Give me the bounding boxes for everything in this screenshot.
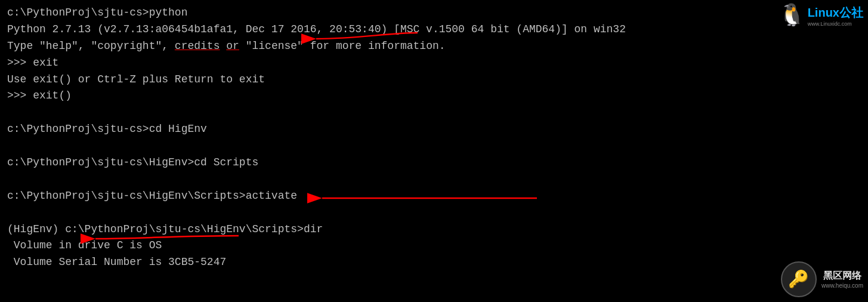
terminal-line-1: c:\PythonProj\sjtu-cs>python	[7, 5, 861, 21]
linux-url: www.Linuxidc.com	[808, 21, 852, 27]
terminal-line-5: Use exit() or Ctrl-Z plus Return to exit	[7, 72, 861, 88]
heiqu-url: www.heiqu.com	[821, 282, 863, 289]
or-underline: or	[226, 40, 239, 52]
heiqu-text-area: 黑区网络 www.heiqu.com	[821, 270, 863, 289]
terminal-blank-4	[7, 205, 861, 221]
terminal-line-15: Volume in drive C is OS	[7, 238, 861, 254]
terminal-line-16: Volume Serial Number is 3CB5-5247	[7, 254, 861, 271]
terminal-window: c:\PythonProj\sjtu-cs>python Python 2.7.…	[0, 0, 868, 276]
heiqu-icon: 🔑	[788, 269, 809, 289]
terminal-blank-1	[7, 104, 861, 121]
terminal-line-4: >>> exit	[7, 55, 861, 72]
heiqu-title: 黑区网络	[823, 270, 861, 282]
terminal-line-6: >>> exit()	[7, 88, 861, 104]
terminal-line-3: Type "help", "copyright", credits or "li…	[7, 38, 861, 55]
terminal-line-14: (HigEnv) c:\PythonProj\sjtu-cs\HigEnv\Sc…	[7, 221, 861, 238]
terminal-line-8: c:\PythonProj\sjtu-cs>cd HigEnv	[7, 121, 861, 138]
heiqu-logo-circle: 🔑	[781, 261, 817, 297]
linux-text: Linux公社	[808, 5, 863, 21]
terminal-line-12: c:\PythonProj\sjtu-cs\HigEnv\Scripts>act…	[7, 188, 861, 205]
linux-logo: 🐧 Linux公社 www.Linuxidc.com	[779, 2, 863, 29]
terminal-line-10: c:\PythonProj\sjtu-cs\HigEnv>cd Scripts	[7, 155, 861, 171]
credits-underline: credits	[175, 40, 220, 52]
terminal-line-2: Python 2.7.13 (v2.7.13:a06454b1afa1, Dec…	[7, 21, 861, 38]
terminal-blank-2	[7, 138, 861, 155]
heiqu-watermark: 🔑 黑区网络 www.heiqu.com	[781, 261, 863, 297]
terminal-blank-3	[7, 171, 861, 188]
linux-watermark: 🐧 Linux公社 www.Linuxidc.com	[749, 0, 868, 36]
tux-icon: 🐧	[779, 2, 805, 29]
